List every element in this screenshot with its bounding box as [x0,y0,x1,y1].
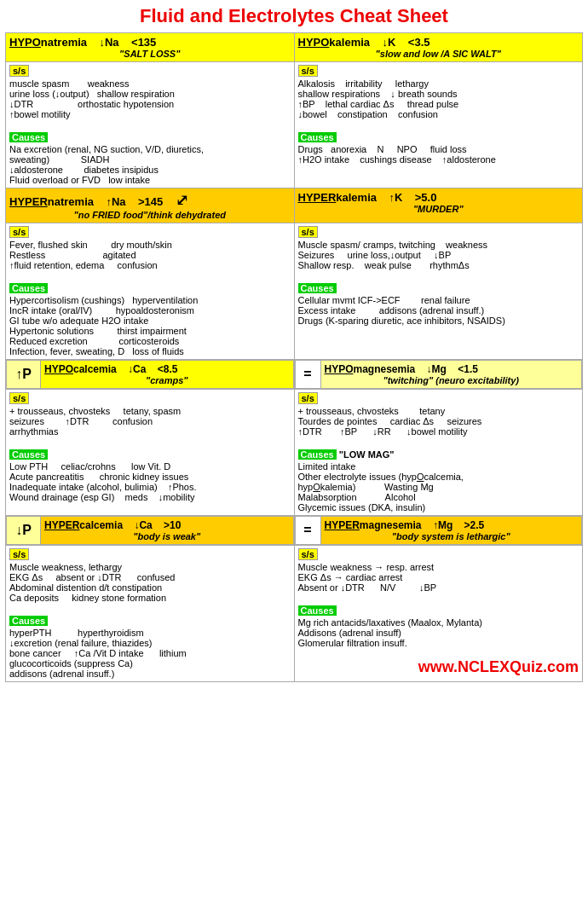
hypernatremia-cause-6: Infection, fever, sweating, D loss of fl… [9,346,291,356]
hypercalcemia-symptom-3: Abdominal distention d/t constipation [9,582,291,593]
hyponatremia-content: s/s muscle spasm weakness urine loss (↓o… [6,62,295,188]
hypernatremia-ss-label: s/s [9,226,29,238]
hypercalcemia-cause-5: addisons (adrenal insuff.) [9,669,291,679]
hypernatremia-cause-2: IncR intake (oral/IV) hypoaldosteronism [9,305,291,316]
hyperkalemia-title: HYPERkalemia ↑K >5.0 [298,191,579,204]
hypermagnesemia-content: s/s Muscle weakness → resp. arrest EKG Δ… [294,546,583,682]
hypernatremia-symptom-1: Fever, flushed skin dry mouth/skin [9,240,291,250]
hypomagnesemia-causes-label: Causes [298,449,337,460]
hypercalcemia-ss-label: s/s [9,548,29,560]
hypomagnesemia-content: s/s + trousseaus, chvosteks tetany Tourd… [294,390,583,516]
hypernatremia-content: s/s Fever, flushed skin dry mouth/skin R… [6,223,295,360]
hypercalcemia-subtitle: "body is weak" [44,531,290,541]
hyponatremia-symptom-2: urine loss (↓output) shallow respiration [9,89,291,99]
low-mag-label: "LOW MAG" [339,449,395,460]
hyponatremia-symptom-3: ↓DTR orthostatic hypotension [9,99,291,109]
hypercalcemia-causes-label: Causes [9,616,48,626]
hyponatremia-title: HYPOnatremia ↓Na <135 [9,36,291,49]
hypocalcemia-subtitle: "cramps" [44,375,290,385]
hypercalcemia-cause-2: ↓excretion (renal failure, thiazides) [9,638,291,648]
hypomagnesemia-cause-5: Glycemic issues (DKA, insulin) [298,502,579,512]
hyperkalemia-cause-3: Drugs (K-sparing diuretic, ace inhibitor… [298,316,579,326]
hyperkalemia-ss-label: s/s [298,226,318,238]
hypocalcemia-header: HYPOcalcemia ↓Ca <8.5 "cramps" [41,361,294,389]
hypermagnesemia-symptom-3: Absent or ↓DTR N/V ↓BP [298,582,579,593]
hypermagnesemia-header: HYPERmagnesemia ↑Mg >2.5 "body system is… [320,517,582,545]
hypokalemia-subtitle: "slow and low /A SIC WALT" [298,49,579,59]
hypernatremia-cause-3: GI tube w/o adequate H2O intake [9,316,291,326]
hypocalcemia-header-cell: ↑P HYPOcalcemia ↓Ca <8.5 "cramps" [6,360,295,390]
resize-icon: ⤢ [176,191,188,210]
hypermagnesemia-title: HYPERmagnesemia ↑Mg >2.5 [325,519,579,531]
hypokalemia-header: HYPOkalemia ↓K <3.5 "slow and low /A SIC… [294,33,583,62]
hypokalemia-cause-1: Drugs anorexia N NPO fluid loss [298,144,579,154]
hypercalcemia-cause-3: bone cancer ↑Ca /Vit D intake lithium [9,648,291,658]
hypokalemia-symptom-2: shallow respirations ↓ breath sounds [298,89,579,99]
hypocalcemia-symptom-1: + trousseaus, chvosteks tetany, spasm [9,406,291,416]
hypernatremia-symptom-3: ↑fluid retention, edema confusion [9,260,291,270]
equals-1: = [295,361,320,389]
hyponatremia-ss-label: s/s [9,65,29,77]
hyponatremia-symptom-4: ↑bowel motility [9,109,291,119]
hypermagnesemia-subtitle: "body system is lethargic" [325,531,579,541]
hypermagnesemia-symptom-1: Muscle weakness → resp. arrest [298,562,579,572]
hypokalemia-symptom-3: ↑BP lethal cardiac Δs thread pulse [298,99,579,109]
page: Fluid and Electrolytes Cheat Sheet HYPOn… [0,0,588,687]
hyperkalemia-subtitle: "MURDER" [298,204,579,214]
hypomagnesemia-subtitle: "twitching" (neuro excitability) [325,375,579,385]
hypernatremia-subtitle: "no FRIED food"/think dehydrated [9,210,291,220]
equals-2: = [295,517,320,545]
hyperkalemia-cause-1: Cellular mvmt ICF->ECF renal failure [298,295,579,305]
hypermagnesemia-cause-2: Addisons (adrenal insuff) [298,628,579,638]
hyperkalemia-symptom-3: Shallow resp. weak pulse rhythmΔs [298,260,579,270]
hyperkalemia-content: s/s Muscle spasm/ cramps, twitching weak… [294,223,583,360]
hyperkalemia-header: HYPERkalemia ↑K >5.0 "MURDER" [294,188,583,223]
hypocalcemia-title: HYPOcalcemia ↓Ca <8.5 [44,363,290,375]
hypercalcemia-symptom-2: EKG Δs absent or ↓DTR confused [9,572,291,582]
hypermagnesemia-header-cell: = HYPERmagnesemia ↑Mg >2.5 "body system … [294,516,583,546]
hypocalcemia-symptom-2: seizures ↑DTR confusion [9,416,291,426]
hypernatremia-causes-label: Causes [9,283,48,293]
hypomagnesemia-symptom-3: ↑DTR ↑BP ↓RR ↓bowel motility [298,426,579,437]
hyponatremia-subtitle: "SALT LOSS" [9,49,291,59]
hypocalcemia-ss-label: s/s [9,392,29,404]
hyponatremia-header: HYPOnatremia ↓Na <135 "SALT LOSS" [6,33,295,62]
hypomagnesemia-ss-label: s/s [298,392,318,404]
hypermagnesemia-cause-3: Glomerular filtration insuff. [298,638,579,648]
hypocalcemia-cause-4: Wound drainage (esp GI) meds ↓mobility [9,492,291,502]
hypomagnesemia-header: HYPOmagnesemia ↓Mg <1.5 "twitching" (neu… [320,361,582,389]
hypomagnesemia-cause-3: hypOkalemia) Wasting Mg [298,482,579,492]
down-p-label: ↓P [7,517,41,545]
hypomagnesemia-cause-4: Malabsorption Alcohol [298,492,579,502]
page-title: Fluid and Electrolytes Cheat Sheet [5,5,583,27]
hyponatremia-causes-label: Causes [9,132,48,142]
hypercalcemia-symptom-1: Muscle weakness, lethargy [9,562,291,572]
hypernatremia-symptom-2: Restless agitated [9,250,291,260]
hypokalemia-content: s/s Alkalosis irritability lethargy shal… [294,62,583,188]
hypokalemia-symptom-4: ↓bowel constipation confusion [298,109,579,119]
hypernatremia-cause-1: Hypercortisolism (cushings) hyperventila… [9,295,291,305]
up-p-label: ↑P [7,361,41,389]
hypernatremia-cause-4: Hypertonic solutions thirst impairment [9,326,291,336]
hypocalcemia-content: s/s + trousseaus, chvosteks tetany, spas… [6,390,295,516]
hypermagnesemia-cause-1: Mg rich antacids/laxatives (Maalox, Myla… [298,617,579,628]
hypercalcemia-symptom-4: Ca deposits kidney stone formation [9,593,291,603]
hypokalemia-symptom-1: Alkalosis irritability lethargy [298,78,579,89]
hypermagnesemia-symptom-2: EKG Δs → cardiac arrest [298,572,579,582]
hyponatremia-cause-1: Na excretion (renal, NG suction, V/D, di… [9,144,291,154]
hypokalemia-causes-label: Causes [298,132,337,142]
hypomagnesemia-symptom-2: Tourdes de pointes cardiac Δs seizures [298,416,579,426]
hypokalemia-cause-2: ↑H2O intake cushings disease ↑aldosteron… [298,154,579,165]
hyperkalemia-symptom-1: Muscle spasm/ cramps, twitching weakness [298,240,579,250]
hyponatremia-symptom-1: muscle spasm weakness [9,78,291,89]
website-url: www.NCLEXQuiz.com [298,658,579,676]
hypocalcemia-symptom-3: arrhythmias [9,426,291,437]
hypercalcemia-cause-4: glucocorticoids (suppress Ca) [9,658,291,669]
hyperkalemia-cause-2: Excess intake addisons (adrenal insuff.) [298,305,579,316]
hypercalcemia-content: s/s Muscle weakness, lethargy EKG Δs abs… [6,546,295,682]
hypomagnesemia-title: HYPOmagnesemia ↓Mg <1.5 [325,363,579,375]
hypokalemia-ss-label: s/s [298,65,318,77]
hypercalcemia-header-cell: ↓P HYPERcalcemia ↓Ca >10 "body is weak" [6,516,295,546]
hypocalcemia-cause-3: Inadequate intake (alcohol, bulimia) ↑Ph… [9,482,291,492]
hypomagnesemia-symptom-1: + trousseaus, chvosteks tetany [298,406,579,416]
